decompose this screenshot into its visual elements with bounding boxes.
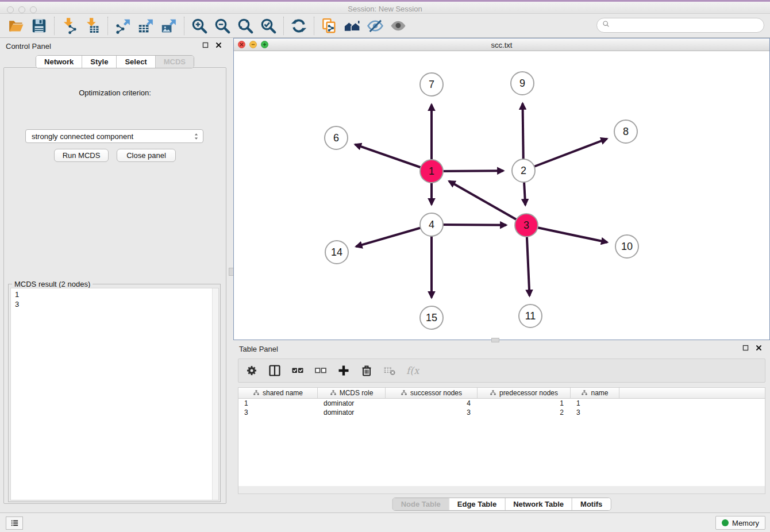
graph-node-6[interactable]: 6 xyxy=(324,126,348,150)
import-table-button[interactable] xyxy=(81,16,104,36)
table-cell[interactable]: 3 xyxy=(386,408,478,417)
hierarchy-icon xyxy=(581,390,588,396)
graph-node-7[interactable]: 7 xyxy=(419,72,444,97)
table-cell[interactable]: dominator xyxy=(318,408,386,417)
network-view-title: scc.txt xyxy=(234,41,769,49)
table-row[interactable]: 3dominator323 xyxy=(238,408,765,417)
zoom-fit-button[interactable] xyxy=(234,16,257,36)
table-panel-tabs: Node TableEdge TableNetwork TableMotifs xyxy=(392,498,611,511)
toolbar-separator xyxy=(54,17,55,35)
tab-mcds[interactable]: MCDS xyxy=(155,56,194,68)
graph-edge-2-8[interactable] xyxy=(523,139,607,171)
criterion-dropdown[interactable]: strongly connected component xyxy=(25,129,203,143)
new-network-from-selection-button[interactable] xyxy=(318,16,341,36)
table-cell[interactable]: 1 xyxy=(238,399,318,408)
svg-text:f(x): f(x) xyxy=(406,365,419,376)
export-table-icon xyxy=(137,17,155,34)
toolbar-separator xyxy=(184,17,184,35)
show-graphics-details-button[interactable] xyxy=(387,16,410,36)
float-icon xyxy=(742,344,749,352)
memory-button[interactable]: Memory xyxy=(715,516,765,530)
home-icon xyxy=(344,17,361,34)
graph-node-2[interactable]: 2 xyxy=(511,159,536,183)
graph-node-1[interactable]: 1 xyxy=(419,159,444,183)
create-column-button[interactable] xyxy=(336,363,351,378)
tab-select[interactable]: Select xyxy=(116,56,155,68)
mcds-result-list[interactable]: 13 xyxy=(10,288,219,500)
graph-node-3[interactable]: 3 xyxy=(514,213,538,237)
import-network-icon xyxy=(61,17,78,34)
zoom-selected-button[interactable] xyxy=(257,16,280,36)
import-network-button[interactable] xyxy=(58,16,81,36)
graph-node-4[interactable]: 4 xyxy=(419,213,444,237)
status-bar: Memory xyxy=(0,512,770,532)
close-panel-button[interactable]: Close panel xyxy=(117,149,176,162)
graph-node-11[interactable]: 11 xyxy=(518,304,542,328)
table-cell[interactable]: 3 xyxy=(571,408,619,417)
export-table-button[interactable] xyxy=(134,16,157,36)
control-panel: Control Panel NetworkStyleSelectMCDS Opt… xyxy=(0,38,230,506)
graph-edge-3-10[interactable] xyxy=(526,225,607,242)
table-horizontal-scrollbar[interactable] xyxy=(238,486,765,494)
column-header-name[interactable]: name xyxy=(571,388,619,398)
zoom-selected-icon xyxy=(260,17,277,34)
tab-motifs[interactable]: Motifs xyxy=(572,498,610,510)
table-row[interactable]: 1dominator411 xyxy=(238,399,765,408)
column-header-predecessor-nodes[interactable]: predecessor nodes xyxy=(478,388,571,398)
select-all-columns-button[interactable] xyxy=(290,363,305,378)
graph-node-14[interactable]: 14 xyxy=(325,240,349,264)
graph-node-8[interactable]: 8 xyxy=(614,119,638,144)
column-header-MCDS-role[interactable]: MCDS role xyxy=(318,388,386,398)
table-cell[interactable]: 1 xyxy=(478,399,571,408)
criterion-dropdown-value: strongly connected component xyxy=(32,132,133,141)
deselect-all-columns-button[interactable] xyxy=(313,363,328,378)
float-panel-icon[interactable] xyxy=(201,41,210,49)
graph-node-9[interactable]: 9 xyxy=(510,71,534,95)
zoom-fit-icon xyxy=(237,17,254,34)
column-header-shared-name[interactable]: shared name xyxy=(238,388,318,398)
graph-node-10[interactable]: 10 xyxy=(615,234,639,259)
mcds-result-group: MCDS result (2 nodes) 13 xyxy=(8,284,221,502)
run-mcds-button[interactable]: Run MCDS xyxy=(54,149,109,162)
delete-column-button[interactable] xyxy=(359,363,374,378)
result-scrollbar[interactable] xyxy=(212,288,218,500)
mcds-result-node: 3 xyxy=(15,299,218,309)
first-neighbors-button[interactable] xyxy=(341,16,364,36)
table-cell[interactable]: dominator xyxy=(318,399,386,408)
close-panel-icon[interactable] xyxy=(214,41,223,49)
table-header-row: shared nameMCDS rolesuccessor nodesprede… xyxy=(238,388,765,399)
table-options-button[interactable] xyxy=(244,363,259,378)
open-session-button[interactable] xyxy=(5,16,28,36)
tab-node-table[interactable]: Node Table xyxy=(393,498,449,510)
hide-selected-button[interactable] xyxy=(364,16,387,36)
close-panel-icon[interactable] xyxy=(754,344,763,352)
table-body: 1dominator4113dominator323 xyxy=(238,399,765,417)
zoom-out-button[interactable] xyxy=(211,16,234,36)
network-canvas[interactable]: 7968124314101511 xyxy=(234,51,769,340)
search-input[interactable] xyxy=(611,20,764,31)
export-image-button[interactable] xyxy=(157,16,180,36)
apply-layout-button[interactable] xyxy=(287,16,310,36)
show-columns-button[interactable] xyxy=(267,363,282,378)
tab-style[interactable]: Style xyxy=(82,56,116,68)
task-history-button[interactable] xyxy=(6,516,23,530)
graph-edge-3-1[interactable] xyxy=(449,181,526,225)
control-panel-title: Control Panel xyxy=(0,42,51,51)
tab-edge-table[interactable]: Edge Table xyxy=(449,498,505,510)
search-box[interactable] xyxy=(596,18,764,33)
table-cell[interactable]: 4 xyxy=(386,399,478,408)
table-cell[interactable]: 2 xyxy=(478,408,571,417)
network-window-titlebar[interactable]: scc.txt xyxy=(234,38,769,51)
graph-node-15[interactable]: 15 xyxy=(419,306,444,330)
column-header-successor-nodes[interactable]: successor nodes xyxy=(386,388,478,398)
tab-network-table[interactable]: Network Table xyxy=(505,498,572,510)
tab-network[interactable]: Network xyxy=(36,56,82,68)
network-view-window: scc.txt 7968124314101511 xyxy=(233,38,770,340)
export-network-button[interactable] xyxy=(111,16,134,36)
open-folder-icon xyxy=(7,17,25,34)
table-cell[interactable]: 1 xyxy=(571,399,619,408)
table-cell[interactable]: 3 xyxy=(238,408,318,417)
float-panel-icon[interactable] xyxy=(741,344,750,352)
save-session-button[interactable] xyxy=(28,16,51,36)
zoom-in-button[interactable] xyxy=(188,16,211,36)
